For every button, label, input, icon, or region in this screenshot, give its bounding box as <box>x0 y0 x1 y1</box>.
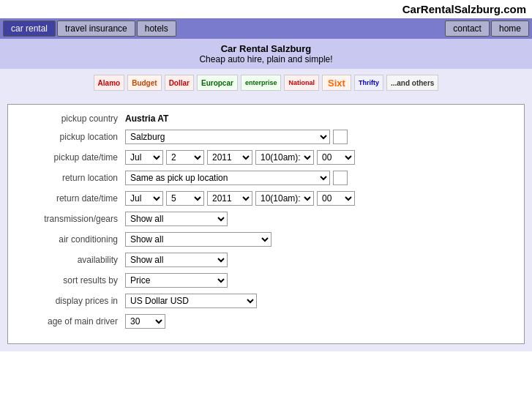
pickup-year-select[interactable]: 2011 <box>207 150 252 165</box>
brand-alamo: Alamo <box>94 75 125 91</box>
pickup-location-select[interactable]: Salzburg <box>125 130 330 144</box>
availability-row: availability Show all <box>23 253 509 267</box>
pickup-location-label: pickup location <box>23 132 125 142</box>
return-year-select[interactable]: 2011 <box>207 191 252 206</box>
pickup-location-controls: Salzburg <box>125 130 509 144</box>
brand-others: ...and others <box>386 75 438 91</box>
brand-sixt: Sixt <box>322 75 351 91</box>
pickup-time-select[interactable]: 10(10am): <box>255 150 314 165</box>
main-content: pickup country Austria AT pickup locatio… <box>0 97 532 351</box>
nav-hotels[interactable]: hotels <box>137 20 176 37</box>
return-time-select[interactable]: 10(10am): <box>255 191 314 206</box>
brand-dollar: Dollar <box>165 75 194 91</box>
return-location-controls: Same as pick up location <box>125 171 509 185</box>
transmission-label: transmission/gears <box>23 214 125 224</box>
pickup-country-label: pickup country <box>23 113 125 124</box>
transmission-controls: Show all <box>125 212 509 226</box>
brand-budget: Budget <box>127 75 161 91</box>
return-location-label: return location <box>23 173 125 183</box>
pickup-datetime-label: pickup date/time <box>23 152 125 163</box>
ac-controls: Show all <box>125 232 509 247</box>
pickup-datetime-row: pickup date/time Jul 2 2011 10(10am): 00 <box>23 150 509 165</box>
return-month-select[interactable]: Jul <box>125 191 163 206</box>
brand-thrifty: Thrifty <box>354 75 383 91</box>
age-select[interactable]: 30 <box>125 314 165 329</box>
age-row: age of main driver 30 <box>23 314 509 329</box>
pickup-day-select[interactable]: 2 <box>166 150 204 165</box>
pickup-country-row: pickup country Austria AT <box>23 113 509 124</box>
nav-home[interactable]: home <box>491 20 529 37</box>
brand-europcar: Europcar <box>197 75 238 91</box>
return-datetime-label: return date/time <box>23 193 125 204</box>
nav-contact[interactable]: contact <box>445 20 490 37</box>
transmission-select[interactable]: Show all <box>125 212 228 226</box>
brand-national: National <box>284 75 319 91</box>
sort-controls: Price <box>125 273 509 288</box>
nav-right: contact home <box>445 20 529 37</box>
return-location-color-box <box>333 171 348 185</box>
top-bar: CarRentalSalzburg.com <box>0 0 532 18</box>
nav-travel-insurance[interactable]: travel insurance <box>57 20 135 37</box>
pickup-country-controls: Austria AT <box>125 113 509 124</box>
brands-bar: Alamo Budget Dollar Europcar enterprise … <box>0 69 532 97</box>
brand-enterprise: enterprise <box>241 75 282 91</box>
pickup-min-select[interactable]: 00 <box>317 150 355 165</box>
return-min-select[interactable]: 00 <box>317 191 355 206</box>
return-location-select[interactable]: Same as pick up location <box>125 171 330 185</box>
display-row: display prices in US Dollar USD <box>23 294 509 308</box>
display-label: display prices in <box>23 296 125 306</box>
return-location-row: return location Same as pick up location <box>23 171 509 185</box>
pickup-datetime-controls: Jul 2 2011 10(10am): 00 <box>125 150 509 165</box>
return-datetime-controls: Jul 5 2011 10(10am): 00 <box>125 191 509 206</box>
pickup-location-color-box <box>333 130 348 144</box>
nav-car-rental[interactable]: car rental <box>3 20 56 37</box>
display-controls: US Dollar USD <box>125 294 509 308</box>
age-label: age of main driver <box>23 316 125 327</box>
site-title: CarRentalSalzburg.com <box>402 3 526 15</box>
ac-row: air conditioning Show all <box>23 232 509 247</box>
sort-label: sort results by <box>23 275 125 286</box>
availability-label: availability <box>23 255 125 265</box>
display-select[interactable]: US Dollar USD <box>125 294 257 308</box>
header-subtitle: Cheap auto hire, plain and simple! <box>0 54 532 64</box>
header-title: Car Rental Salzburg <box>0 43 532 54</box>
ac-select[interactable]: Show all <box>125 232 271 247</box>
ac-label: air conditioning <box>23 234 125 245</box>
age-controls: 30 <box>125 314 509 329</box>
nav-bar: car rental travel insurance hotels conta… <box>0 18 532 39</box>
pickup-location-row: pickup location Salzburg <box>23 130 509 144</box>
nav-left: car rental travel insurance hotels <box>3 20 176 37</box>
header-section: Car Rental Salzburg Cheap auto hire, pla… <box>0 39 532 69</box>
availability-controls: Show all <box>125 253 509 267</box>
transmission-row: transmission/gears Show all <box>23 212 509 226</box>
sort-select[interactable]: Price <box>125 273 228 288</box>
return-datetime-row: return date/time Jul 5 2011 10(10am): 00 <box>23 191 509 206</box>
form-container: pickup country Austria AT pickup locatio… <box>7 104 525 344</box>
sort-row: sort results by Price <box>23 273 509 288</box>
pickup-country-value: Austria AT <box>125 113 168 124</box>
return-day-select[interactable]: 5 <box>166 191 204 206</box>
pickup-month-select[interactable]: Jul <box>125 150 163 165</box>
availability-select[interactable]: Show all <box>125 253 228 267</box>
